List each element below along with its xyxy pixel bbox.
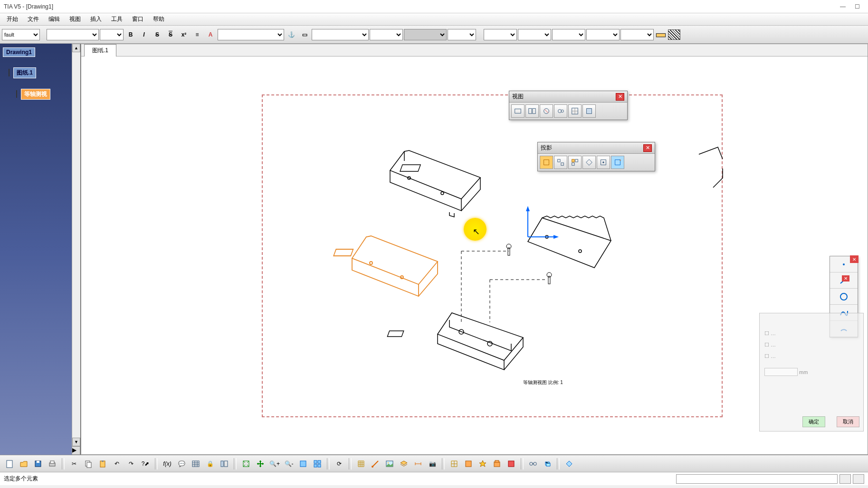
tree-toggle-icon[interactable] — [218, 457, 231, 470]
red-box-icon[interactable] — [505, 457, 518, 470]
view-btn-6[interactable] — [582, 104, 596, 118]
proj-btn-2[interactable] — [554, 156, 567, 169]
proj-btn-3[interactable] — [568, 156, 582, 169]
spec-tree[interactable]: Drawing1 图纸.1 等轴测视 ▲ ▼ ▶ — [0, 44, 81, 455]
chat-icon[interactable]: 💬 — [175, 457, 188, 470]
menu-start[interactable]: 开始 — [2, 14, 23, 25]
minimize-button[interactable]: — — [836, 2, 850, 11]
proj-btn-5[interactable] — [597, 156, 610, 169]
new-icon[interactable] — [3, 457, 16, 470]
image-icon[interactable] — [383, 457, 396, 470]
combo-10[interactable] — [620, 29, 654, 40]
float-toolbar-view[interactable]: 视图 ✕ — [509, 91, 628, 120]
camera-icon[interactable]: 📷 — [426, 457, 439, 470]
zoom-in-icon[interactable]: 🔍+ — [268, 457, 281, 470]
fit-icon[interactable] — [239, 457, 253, 470]
tree-sheet[interactable]: 图纸.1 — [13, 67, 36, 78]
superscript-button[interactable]: x² — [178, 28, 190, 41]
tree-scrollbar[interactable]: ▲ ▼ ▶ — [72, 44, 80, 455]
view-btn-4[interactable] — [554, 104, 567, 118]
open-icon[interactable] — [17, 457, 30, 470]
paste-icon[interactable] — [96, 457, 109, 470]
sheet-tab[interactable]: 图纸.1 — [84, 44, 116, 56]
status-btn-1[interactable] — [839, 474, 851, 484]
scroll-right-icon[interactable]: ▶ — [72, 446, 80, 455]
draw-circle-button[interactable] — [830, 289, 858, 305]
faded-ok-button[interactable]: 确定 — [802, 416, 825, 427]
snap-icon[interactable] — [369, 457, 382, 470]
menu-window[interactable]: 窗口 — [127, 14, 148, 25]
scroll-up-icon[interactable]: ▲ — [72, 44, 80, 52]
combo-4[interactable] — [404, 29, 447, 40]
maximize-button[interactable]: ☐ — [850, 2, 864, 11]
close-icon[interactable]: ✕ — [643, 144, 652, 152]
anchor-button[interactable]: ⚓ — [285, 28, 297, 41]
font-combo[interactable] — [47, 29, 99, 40]
drawing-canvas[interactable]: 等轴测视图 比例: 1 ↖ 视图 ✕ — [81, 56, 868, 454]
star-icon[interactable] — [476, 457, 489, 470]
link-icon[interactable] — [526, 457, 540, 470]
align-button[interactable]: ≡ — [191, 28, 203, 41]
close-icon[interactable]: ✕ — [616, 93, 624, 101]
float-view-header[interactable]: 视图 ✕ — [509, 91, 627, 103]
scroll-down-icon[interactable]: ▼ — [72, 438, 80, 446]
proj-btn-4[interactable] — [582, 156, 596, 169]
combo-5[interactable] — [448, 29, 476, 40]
proj-btn-1[interactable] — [540, 156, 553, 169]
lock-icon[interactable]: 🔒 — [203, 457, 217, 470]
style-combo[interactable]: fault — [2, 29, 40, 40]
size-combo[interactable] — [100, 29, 124, 40]
frame-button[interactable]: ▭ — [298, 28, 311, 41]
menu-help[interactable]: 帮助 — [148, 14, 169, 25]
font-color-button[interactable]: A — [204, 28, 217, 41]
print-icon[interactable] — [46, 457, 59, 470]
combo-6[interactable] — [484, 29, 517, 40]
status-btn-2[interactable] — [853, 474, 864, 484]
cut-icon[interactable]: ✂ — [67, 457, 81, 470]
faded-cancel-button[interactable]: 取消 — [837, 416, 859, 427]
hatch-button[interactable] — [668, 29, 680, 40]
grid2-icon[interactable] — [448, 457, 461, 470]
faded-input[interactable] — [764, 368, 798, 376]
menu-tools[interactable]: 工具 — [106, 14, 127, 25]
table-icon[interactable] — [189, 457, 202, 470]
overstrike-button[interactable]: S — [164, 28, 177, 41]
diamond-icon[interactable] — [563, 457, 576, 470]
proj-btn-6[interactable]: + — [611, 156, 624, 169]
menu-file[interactable]: 文件 — [23, 14, 44, 25]
side-close-2[interactable]: ✕ — [842, 275, 849, 282]
save-icon[interactable] — [31, 457, 45, 470]
combo-3[interactable] — [370, 29, 403, 40]
orange-box2-icon[interactable] — [490, 457, 504, 470]
zoom-out-icon[interactable]: 🔍- — [282, 457, 296, 470]
view-btn-5[interactable] — [568, 104, 582, 118]
combo-9[interactable] — [586, 29, 620, 40]
help-cursor-icon[interactable]: ?⬈ — [139, 457, 152, 470]
faded-dialog[interactable]: ☐ …☐ …☐ … mm 确定 取消 — [759, 313, 864, 432]
redo-icon[interactable]: ↷ — [124, 457, 138, 470]
dim-icon[interactable] — [411, 457, 425, 470]
menu-insert[interactable]: 插入 — [86, 14, 106, 25]
copy-icon[interactable] — [82, 457, 95, 470]
tree-root[interactable]: Drawing1 — [3, 47, 35, 57]
ruler-icon[interactable] — [655, 28, 667, 41]
view-btn-2[interactable] — [525, 104, 539, 118]
fx-icon[interactable]: f(x) — [161, 457, 174, 470]
menu-edit[interactable]: 编辑 — [44, 14, 65, 25]
multi-view-icon[interactable] — [311, 457, 324, 470]
combo-8[interactable] — [552, 29, 585, 40]
close-icon[interactable]: ✕ — [850, 255, 858, 263]
float-proj-header[interactable]: 投影 ✕ — [538, 142, 655, 154]
italic-button[interactable]: I — [138, 28, 150, 41]
orange-box-icon[interactable] — [462, 457, 475, 470]
bold-button[interactable]: B — [124, 28, 137, 41]
refresh-icon[interactable]: ⟳ — [333, 457, 346, 470]
undo-icon[interactable]: ↶ — [110, 457, 124, 470]
normal-view-icon[interactable] — [296, 457, 310, 470]
layers-icon[interactable] — [397, 457, 410, 470]
menu-view[interactable]: 视图 — [65, 14, 86, 25]
tree-view-iso[interactable]: 等轴测视 — [21, 89, 50, 100]
command-input[interactable] — [676, 474, 838, 484]
combo-7[interactable] — [518, 29, 551, 40]
view-btn-3[interactable] — [540, 104, 553, 118]
